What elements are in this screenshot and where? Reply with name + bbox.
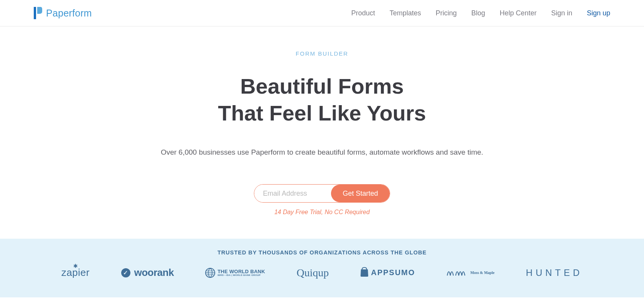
trusted-section: TRUSTED BY THOUSANDS OF ORGANIZATIONS AC… — [0, 239, 644, 297]
appsumo-text: APPSUMO — [371, 268, 415, 277]
partner-woorank: ✓ woorank — [121, 267, 174, 279]
nav-blog[interactable]: Blog — [471, 9, 485, 17]
nav-sign-up[interactable]: Sign up — [587, 9, 610, 17]
check-circle-icon: ✓ — [121, 268, 130, 277]
partner-world-bank: THE WORLD BANK IBRD • IDA | WORLD BANK G… — [205, 268, 265, 278]
partner-moss-maple: Moss & Maple — [446, 266, 494, 279]
email-input[interactable] — [254, 185, 331, 202]
world-bank-main: THE WORLD BANK — [217, 269, 265, 274]
asterisk-icon: ✱ — [73, 263, 78, 269]
woorank-text: woorank — [134, 267, 174, 279]
nav-help-center[interactable]: Help Center — [500, 9, 537, 17]
nav-sign-in[interactable]: Sign in — [551, 9, 572, 17]
headline-line-1: Beautiful Forms — [240, 74, 404, 98]
paperform-logo-icon — [34, 7, 42, 19]
globe-icon — [205, 268, 215, 278]
logo-text: Paperform — [46, 8, 92, 19]
partner-appsumo: APPSUMO — [360, 267, 415, 279]
partner-logo-row: ✱ zapier ✓ woorank THE WORLD BANK IBRD •… — [8, 266, 636, 279]
bag-icon — [360, 267, 369, 279]
signup-row: Get Started — [8, 184, 636, 203]
nav-templates[interactable]: Templates — [390, 9, 421, 17]
logo-link[interactable]: Paperform — [34, 7, 92, 19]
partner-hunted: HUNTED — [526, 267, 583, 278]
hero-section: FORM BUILDER Beautiful Forms That Feel L… — [0, 26, 644, 239]
hero-headline: Beautiful Forms That Feel Like Yours — [8, 73, 636, 127]
trial-note: 14 Day Free Trial, No CC Required — [8, 209, 636, 216]
moss-maple-text: Moss & Maple — [470, 271, 494, 275]
partner-quiqup: Quiqup — [296, 267, 329, 279]
world-bank-sub: IBRD • IDA | WORLD BANK GROUP — [217, 274, 265, 276]
nav-pricing[interactable]: Pricing — [436, 9, 457, 17]
partner-zapier: ✱ zapier — [61, 267, 90, 279]
signup-form: Get Started — [254, 184, 390, 203]
waves-icon — [446, 266, 468, 279]
get-started-button[interactable]: Get Started — [331, 185, 389, 202]
main-nav: Product Templates Pricing Blog Help Cent… — [351, 9, 610, 17]
hero-subhead: Over 6,000 businesses use Paperform to c… — [150, 148, 495, 157]
nav-product[interactable]: Product — [351, 9, 375, 17]
header: Paperform Product Templates Pricing Blog… — [0, 0, 644, 26]
headline-line-2: That Feel Like Yours — [218, 101, 426, 125]
trusted-title: TRUSTED BY THOUSANDS OF ORGANIZATIONS AC… — [8, 249, 636, 256]
hero-eyebrow: FORM BUILDER — [8, 50, 636, 57]
